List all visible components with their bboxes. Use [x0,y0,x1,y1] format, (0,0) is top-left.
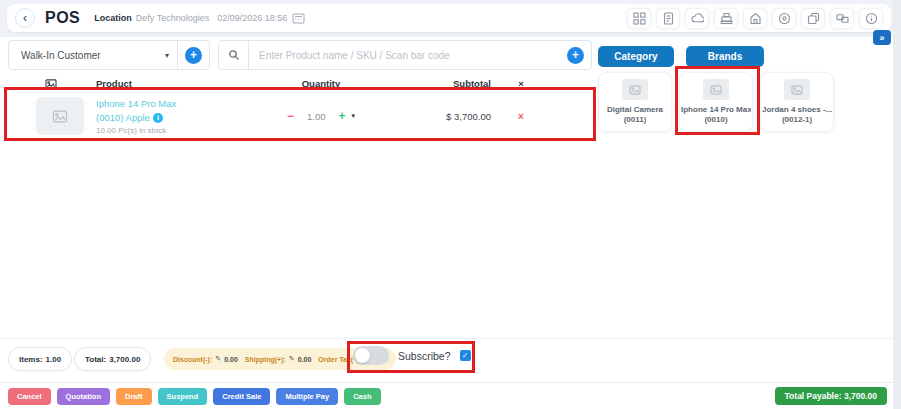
chevron-down-icon: ▾ [157,51,177,60]
shipping-group: Shipping(+): ✎ 0.00 [245,355,312,363]
product-cell: Iphone 14 Pro Max (0010) Applei 10.00 Pc… [96,97,246,136]
divider [177,41,178,69]
invoice-icon[interactable] [656,8,680,29]
product-thumbnail [36,97,84,135]
expand-panel-button[interactable]: » [873,30,891,45]
quantity-value[interactable]: 1.00 [307,111,326,122]
subscribe-toggle[interactable] [353,346,389,365]
decrease-quantity-button[interactable]: − [287,109,294,123]
cart-row: Iphone 14 Pro Max (0010) Applei 10.00 Pc… [8,92,593,140]
category-button[interactable]: Category [598,46,674,67]
discount-group: Discount(-): ✎ 0.00 [173,355,238,363]
product-card-list: Digital Camera (0011) Iphone 14 Pro Max … [598,72,834,132]
location-label: Location [94,13,132,23]
edit-discount-icon[interactable]: ✎ [215,355,221,363]
page-title: POS [45,9,80,27]
toolbar-icons [627,8,883,29]
subscribe-group: Subscribe? ✓ [353,346,471,365]
cancel-button[interactable]: Cancel [8,388,51,405]
subtotal-column-header: Subtotal [396,78,491,89]
credit-sale-button[interactable]: Credit Sale [213,388,270,405]
product-card-code: (0011) [624,115,647,125]
quantity-column-header: Quantity [246,78,396,89]
cloud-sync-icon[interactable] [685,8,709,29]
open-window-icon[interactable] [801,8,825,29]
product-card-jordan-4-shoes[interactable]: Jordan 4 shoes -... (0012-1) [760,72,834,132]
image-placeholder-icon [622,79,648,100]
calculator-icon[interactable] [292,13,305,24]
product-card-code: (0012-1) [782,115,812,125]
image-column-icon [8,79,96,89]
remove-column-header: × [491,78,551,89]
product-card-digital-camera[interactable]: Digital Camera (0011) [598,72,672,132]
cart-table-header: Product Quantity Subtotal × [8,78,593,89]
toggle-knob [355,348,370,363]
cash-button[interactable]: Cash [344,388,380,405]
summary-bar: Items: 1.00 Total: 3,700.00 Discount(-):… [0,338,893,380]
suspend-button[interactable]: Suspend [158,388,208,405]
remove-row-button[interactable]: × [491,111,551,122]
subtotal-value: $ 3,700.00 [396,111,491,122]
image-placeholder-icon [784,79,810,100]
quotation-button[interactable]: Quotation [57,388,110,405]
brands-button[interactable]: Brands [686,46,764,67]
subscribe-checkbox[interactable]: ✓ [460,350,471,361]
product-info-icon[interactable]: i [153,113,163,123]
draft-button[interactable]: Draft [116,388,152,405]
register-details-icon[interactable] [772,8,796,29]
items-count-badge: Items: 1.00 [8,347,72,371]
quantity-cell: − 1.00 + ▾ [246,109,396,123]
increase-quantity-button[interactable]: + [338,109,345,123]
product-card-name: Iphone 14 Pro Max [681,105,751,115]
grid-icon[interactable] [627,8,651,29]
edit-shipping-icon[interactable]: ✎ [289,355,295,363]
add-customer-button[interactable]: + [185,47,202,64]
product-search-input[interactable] [249,50,560,61]
product-card-code: (0010) [704,115,727,125]
product-card-iphone-14-pro-max[interactable]: Iphone 14 Pro Max (0010) [679,72,753,132]
subscribe-label: Subscribe? [398,350,451,362]
location-value: Defy Technologies [136,13,209,23]
top-bar: ‹ POS Location Defy Technologies 02/09/2… [7,4,891,32]
dual-display-icon[interactable] [830,8,854,29]
store-icon[interactable] [743,8,767,29]
product-name-link[interactable]: Iphone 14 Pro Max (0010) Applei [96,97,246,125]
total-badge: Total: 3,700.00 [74,347,151,371]
product-card-name: Jordan 4 shoes -... [762,105,832,115]
back-button[interactable]: ‹ [15,8,35,28]
info-icon[interactable] [859,8,883,29]
stock-text: 10.00 Pc(s) in stock [96,126,246,135]
total-payable-button[interactable]: Total Payable: 3,700.00 [775,387,887,405]
unit-dropdown-icon[interactable]: ▾ [352,112,356,120]
customer-select[interactable]: Walk-In Customer ▾ + [8,40,210,70]
search-icon [219,41,249,69]
pos-page: ‹ POS Location Defy Technologies 02/09/2… [0,0,901,409]
back-chevron-icon: ‹ [23,11,27,25]
datetime-text: 02/09/2026 18:56 [217,13,287,23]
action-bar: Cancel Quotation Draft Suspend Credit Sa… [0,382,901,409]
product-search-box: + [218,40,592,70]
product-column-header: Product [96,78,246,89]
cash-register-icon[interactable] [714,8,738,29]
customer-selected-value: Walk-In Customer [9,50,157,61]
image-placeholder-icon [703,79,729,100]
multiple-pay-button[interactable]: Multiple Pay [276,388,338,405]
add-product-button[interactable]: + [567,47,584,64]
right-edge-strip [893,0,901,409]
product-card-name: Digital Camera [607,105,663,115]
